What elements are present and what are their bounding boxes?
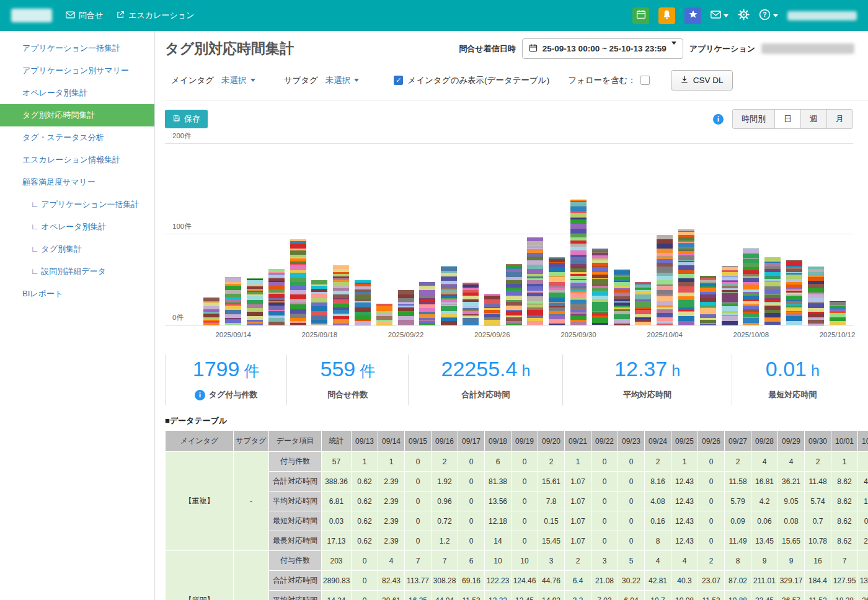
chart-bar[interactable]: 2025/09/14 — [223, 144, 244, 325]
view-mode-button[interactable]: 週 — [800, 110, 826, 128]
view-mode-button[interactable]: 日 — [774, 110, 800, 128]
value-cell: 4.2 — [751, 492, 778, 511]
sidebar-menu: アプリケーション一括集計アプリケーション別サマリーオペレータ別集計タグ別対応時間… — [0, 31, 155, 600]
svg-text:?: ? — [763, 11, 766, 18]
stat-label: 平均対応時間 — [563, 389, 731, 400]
value-cell: 4 — [778, 452, 805, 472]
value-cell: 3 — [538, 551, 565, 571]
date-range-picker[interactable]: 25-09-13 00:00 ~ 25-10-13 23:59 — [522, 38, 683, 59]
chart-bar[interactable] — [805, 144, 826, 325]
column-header: データ項目 — [269, 431, 322, 452]
chart-bar[interactable] — [589, 144, 611, 325]
view-mode-button[interactable]: 時間別 — [733, 110, 774, 128]
application-value-blurred[interactable] — [761, 43, 854, 54]
value-cell: 12.45 — [512, 591, 538, 600]
value-cell: 0.08 — [778, 511, 805, 531]
main-only-checkbox[interactable] — [394, 76, 403, 85]
chart-bar[interactable] — [244, 144, 266, 325]
settings-button[interactable] — [738, 9, 750, 23]
chart-bar[interactable] — [611, 144, 632, 325]
chart-bar[interactable] — [784, 144, 805, 325]
value-cell: 0.62 — [352, 511, 378, 531]
chart-bar[interactable] — [762, 144, 784, 325]
info-icon[interactable] — [195, 390, 205, 400]
chart-bar[interactable] — [525, 144, 546, 325]
chart-bar[interactable] — [632, 144, 654, 325]
view-mode-button[interactable]: 月 — [826, 110, 852, 128]
value-cell: 1 — [378, 452, 405, 472]
sidebar-item[interactable]: アプリケーション一括集計 — [0, 37, 154, 60]
stat-total-cell: 203 — [322, 551, 352, 571]
chart-bar[interactable]: 2025/09/26 — [481, 144, 503, 325]
follow-checkbox[interactable] — [640, 76, 650, 85]
value-cell: 13.45 — [751, 531, 778, 551]
chart-bar[interactable] — [417, 144, 438, 325]
stat-value: 22255.4h — [409, 357, 562, 381]
sidebar-item[interactable]: BIレポート — [0, 283, 154, 305]
app-logo-blurred[interactable] — [11, 9, 52, 22]
main-tag-select[interactable]: 未選択 — [221, 75, 255, 86]
help-menu-button[interactable]: ? — [759, 9, 778, 23]
chart-bar[interactable] — [352, 144, 374, 325]
value-cell: 122.23 — [485, 571, 512, 591]
username-blurred[interactable] — [787, 11, 857, 20]
chart-bar[interactable] — [287, 144, 309, 325]
chart-bar[interactable] — [676, 144, 698, 325]
chart-bar[interactable] — [330, 144, 352, 325]
value-cell: 13.56 — [485, 492, 512, 511]
sidebar-item[interactable]: 顧客満足度サマリー — [0, 171, 154, 193]
notifications-button[interactable] — [658, 7, 675, 24]
value-cell: 1 — [858, 452, 868, 472]
sidebar-item[interactable]: ∟ オペレータ別集計 — [0, 216, 154, 238]
chart-bar[interactable] — [438, 144, 460, 325]
chart-bar[interactable]: 2025/10/08 — [740, 144, 762, 325]
favorites-button[interactable] — [684, 7, 701, 24]
info-icon[interactable] — [713, 114, 724, 125]
value-cell: 0 — [591, 511, 618, 531]
nav-escalation-link[interactable]: エスカレーション — [117, 10, 194, 21]
csv-download-button[interactable]: CSV DL — [671, 70, 733, 90]
value-cell: 10.08 — [671, 591, 698, 600]
value-cell: 8 — [725, 551, 751, 571]
chart-bar[interactable] — [546, 144, 568, 325]
sub-tag-select[interactable]: 未選択 — [326, 75, 360, 86]
chart-bar[interactable]: 2025/10/04 — [654, 144, 676, 325]
sidebar-item[interactable]: オペレータ別集計 — [0, 82, 154, 104]
chart-bar[interactable] — [373, 144, 395, 325]
sidebar-item[interactable]: ∟ 設問別詳細データ — [0, 260, 154, 283]
chart-bar[interactable]: 2025/09/30 — [568, 144, 590, 325]
gear-icon — [738, 9, 750, 23]
chart-bar[interactable] — [265, 144, 287, 325]
chart-bar[interactable]: 2025/10/12 — [826, 144, 848, 325]
sidebar-item[interactable]: ∟ タグ別集計 — [0, 238, 154, 260]
envelope-icon — [66, 11, 75, 20]
chart-bar[interactable] — [719, 144, 740, 325]
chart-bar[interactable] — [503, 144, 525, 325]
value-cell: 0 — [512, 452, 538, 472]
data-item-cell: 平均対応時間 — [269, 492, 322, 511]
save-button[interactable]: 保存 — [165, 110, 208, 128]
mail-menu-button[interactable] — [711, 10, 728, 21]
data-table-wrapper[interactable]: メインタグサブタグデータ項目統計09/1309/1409/1509/1609/1… — [165, 430, 868, 600]
chart-bar[interactable] — [460, 144, 482, 325]
column-header: 09/15 — [405, 431, 432, 452]
chart-bar[interactable] — [201, 144, 223, 325]
chart-bar[interactable]: 2025/09/18 — [309, 144, 330, 325]
sidebar-item[interactable]: エスカレーション情報集計 — [0, 149, 154, 171]
nav-inquiry-link[interactable]: 問合せ — [66, 10, 103, 21]
column-header: 統計 — [322, 431, 352, 452]
sidebar-item[interactable]: アプリケーション別サマリー — [0, 60, 154, 82]
chart-bar[interactable]: 2025/09/22 — [395, 144, 417, 325]
value-cell: 2 — [432, 452, 458, 472]
value-cell: 1 — [671, 452, 698, 472]
sub-tag-label: サブタグ — [284, 75, 318, 86]
value-cell: 10.78 — [805, 531, 831, 551]
follow-label: フォローを含む： — [568, 75, 636, 86]
chart-bar[interactable] — [697, 144, 719, 325]
sidebar-item[interactable]: ∟ アプリケーション一括集計 — [0, 193, 154, 216]
calendar-app-button[interactable] — [632, 7, 649, 24]
sidebar-item[interactable]: タグ別対応時間集計 — [0, 104, 154, 126]
value-cell: 0.09 — [725, 511, 751, 531]
value-cell: 0 — [458, 492, 485, 511]
sidebar-item[interactable]: タグ・ステータス分析 — [0, 126, 154, 149]
